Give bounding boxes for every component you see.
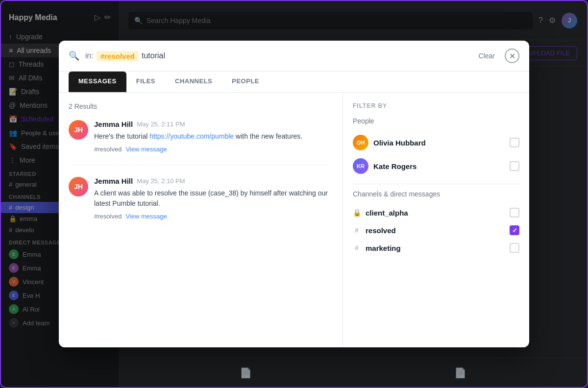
search-modal: 🔍 in: #resolved tutorial Clear ✕ MESSAGE… <box>59 41 529 347</box>
modal-search-bar: 🔍 in: #resolved tutorial Clear ✕ <box>59 41 529 72</box>
avatar-jemma-1: JH <box>69 120 88 140</box>
filter-name-marketing: marketing <box>366 244 401 252</box>
filter-name-olivia: Olivia Hubbard <box>373 139 426 147</box>
modal-body: 2 Results JH Jemma Hill May 25, 2:11 PM … <box>59 93 529 347</box>
result-item-2: JH Jemma Hill May 25, 2:10 PM A client w… <box>69 177 333 232</box>
search-query-text: tutorial <box>142 51 165 60</box>
avatar-jemma-2: JH <box>69 177 88 196</box>
result-channel-2: #resolved <box>94 213 122 220</box>
result-time-1: May 25, 2:11 PM <box>137 121 185 128</box>
result-footer-2: #resolved View message <box>94 213 333 220</box>
filter-avatar-olivia: OH <box>353 135 368 150</box>
filter-name-resolved: resolved <box>366 226 396 235</box>
filter-checkbox-marketing[interactable] <box>510 243 519 253</box>
view-message-link-1[interactable]: View message <box>125 146 167 153</box>
result-link-1[interactable]: https://youtube.com/pumble <box>149 132 234 140</box>
lock-filter-icon: 🔒 <box>353 209 361 217</box>
result-header-1: Jemma Hill May 25, 2:11 PM <box>94 120 333 128</box>
filter-checkbox-kate[interactable] <box>510 161 519 171</box>
tab-people[interactable]: PEOPLE <box>222 72 269 92</box>
hash-filter-icon-marketing: # <box>353 244 361 252</box>
result-author-2: Jemma Hill <box>94 177 133 185</box>
filter-item-kate: KR Kate Rogers <box>353 154 519 178</box>
tab-messages[interactable]: MESSAGES <box>69 72 126 92</box>
result-text-2: A client was able to resolve the issue (… <box>94 188 333 209</box>
result-author-1: Jemma Hill <box>94 120 133 128</box>
result-header-2: Jemma Hill May 25, 2:10 PM <box>94 177 333 185</box>
result-footer-1: #resolved View message <box>94 146 333 153</box>
search-close-button[interactable]: ✕ <box>505 48 519 63</box>
filter-checkbox-resolved[interactable] <box>510 225 519 235</box>
filter-item-client-alpha: 🔒 client_alpha <box>353 204 519 221</box>
modal-overlay: 🔍 in: #resolved tutorial Clear ✕ MESSAGE… <box>1 1 587 387</box>
filter-checkbox-client-alpha[interactable] <box>510 208 519 218</box>
app-background: Happy Media ▷ ✏ ↑ Upgrade ≡ All unreads … <box>0 0 588 388</box>
filter-item-olivia-left: OH Olivia Hubbard <box>353 135 426 150</box>
result-content-1: Jemma Hill May 25, 2:11 PM Here's the tu… <box>94 120 333 153</box>
filter-item-marketing: # marketing <box>353 239 519 257</box>
hash-filter-icon-resolved: # <box>353 226 361 234</box>
search-channel-tag: #resolved <box>97 51 139 61</box>
filter-name-kate: Kate Rogers <box>373 162 416 170</box>
filter-item-olivia: OH Olivia Hubbard <box>353 131 519 154</box>
tab-channels[interactable]: CHANNELS <box>165 72 222 92</box>
filter-channels-label: Channels & direct messages <box>353 190 519 198</box>
results-panel: 2 Results JH Jemma Hill May 25, 2:11 PM … <box>59 93 343 347</box>
filter-item-marketing-left: # marketing <box>353 244 401 252</box>
filter-panel: FILTER BY People OH Olivia Hubbard KR <box>343 93 529 347</box>
modal-search-icon: 🔍 <box>69 50 79 61</box>
result-text-before-1: Here's the tutorial <box>94 132 149 140</box>
tab-files[interactable]: FILES <box>126 72 165 92</box>
results-count: 2 Results <box>69 102 333 110</box>
filter-item-client-alpha-left: 🔒 client_alpha <box>353 209 408 217</box>
filter-checkbox-olivia[interactable] <box>510 138 519 147</box>
search-in-label: in: <box>85 51 94 60</box>
filter-item-resolved: # resolved <box>353 221 519 239</box>
modal-tabs: MESSAGES FILES CHANNELS PEOPLE <box>59 72 529 93</box>
filter-people-label: People <box>353 117 519 125</box>
filter-by-title: FILTER BY <box>353 102 519 109</box>
filter-item-resolved-left: # resolved <box>353 226 396 235</box>
view-message-link-2[interactable]: View message <box>125 213 167 220</box>
result-text-1: Here's the tutorial https://youtube.com/… <box>94 131 333 142</box>
result-channel-1: #resolved <box>94 146 122 153</box>
filter-divider <box>353 184 519 184</box>
result-item-1: JH Jemma Hill May 25, 2:11 PM Here's the… <box>69 120 333 165</box>
filter-name-client-alpha: client_alpha <box>366 209 408 217</box>
search-input-area[interactable]: in: #resolved tutorial <box>85 51 469 61</box>
result-text-after-1: with the new features. <box>234 132 302 140</box>
filter-item-kate-left: KR Kate Rogers <box>353 158 416 174</box>
result-time-2: May 25, 2:10 PM <box>137 177 185 185</box>
search-clear-button[interactable]: Clear <box>475 50 499 62</box>
result-content-2: Jemma Hill May 25, 2:10 PM A client was … <box>94 177 333 220</box>
filter-avatar-kate: KR <box>353 158 368 174</box>
